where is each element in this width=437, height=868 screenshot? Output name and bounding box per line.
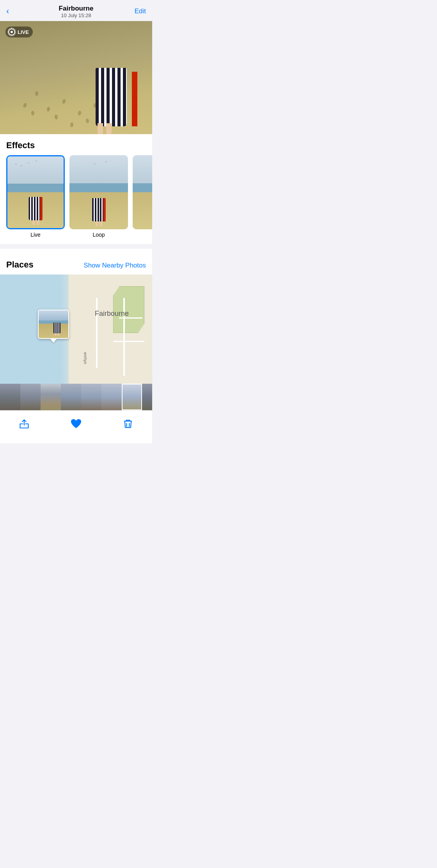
child-figure [90,52,140,134]
strip-thumb-6[interactable] [101,384,122,410]
bottom-toolbar [0,410,152,443]
map-photo-pin[interactable] [38,310,69,343]
photo-title: Fairbourne [59,5,94,12]
effects-title: Effects [6,140,35,151]
share-button[interactable] [16,415,33,432]
effect-item-bounce[interactable]: ⌒ ⌒ Bounce [133,155,152,238]
effect-thumb-bounce[interactable]: ⌒ ⌒ [133,155,152,229]
main-photo: LIVE [0,21,152,134]
places-title: Places [6,260,34,270]
effect-label-loop: Loop [69,232,128,238]
divider-1 [0,244,152,249]
map-road-4 [96,298,98,368]
effect-label-live: Live [6,232,65,238]
strip-thumb-active[interactable] [122,384,142,410]
live-ring-icon [8,28,16,36]
effect-item-loop[interactable]: ⌒ ⌒ Loop [69,155,128,238]
strip-thumb-5[interactable] [81,384,101,410]
strip-thumb-8[interactable] [142,384,152,410]
effect-label-bounce: Bounce [133,232,152,238]
effect-thumb-loop[interactable]: ⌒ ⌒ [69,155,128,229]
places-header: Places Show Nearby Photos [0,260,152,275]
effects-row[interactable]: ⌒ ⌒ ⌒ ⌒ Live [0,155,152,244]
effect-thumb-live[interactable]: ⌒ ⌒ ⌒ ⌒ [6,155,65,229]
map-view[interactable]: Fairbourne enrhyn [0,275,152,384]
photo-date: 10 July 15:28 [59,12,94,18]
delete-button[interactable] [119,415,137,432]
thumbnail-strip[interactable] [0,384,152,410]
map-location-label: Fairbourne [95,310,129,318]
effects-header: Effects [0,140,152,155]
header-center: Fairbourne 10 July 15:28 [59,5,94,18]
header: ‹ Fairbourne 10 July 15:28 Edit [0,0,152,21]
strip-thumb-2[interactable] [20,384,41,410]
strip-thumb-4[interactable] [61,384,81,410]
effect-item-live[interactable]: ⌒ ⌒ ⌒ ⌒ Live [6,155,65,238]
edit-button[interactable]: Edit [135,7,146,15]
map-street-label: enrhyn [83,352,87,364]
show-nearby-photos-button[interactable]: Show Nearby Photos [83,262,146,269]
strip-thumb-3[interactable] [41,384,61,410]
map-photo-thumb [38,310,69,339]
back-button[interactable]: ‹ [6,5,12,18]
scroll-section: Effects [0,134,152,384]
favorite-button[interactable] [67,415,85,432]
strip-thumb-1[interactable] [0,384,20,410]
live-icon [8,28,15,35]
places-section: Places Show Nearby Photos Fairbourne enr… [0,253,152,384]
effects-section: Effects [0,134,152,244]
map-photo-pointer [50,339,57,343]
map-road-3 [113,341,144,342]
live-label: LIVE [18,29,29,35]
live-badge[interactable]: LIVE [5,27,33,37]
